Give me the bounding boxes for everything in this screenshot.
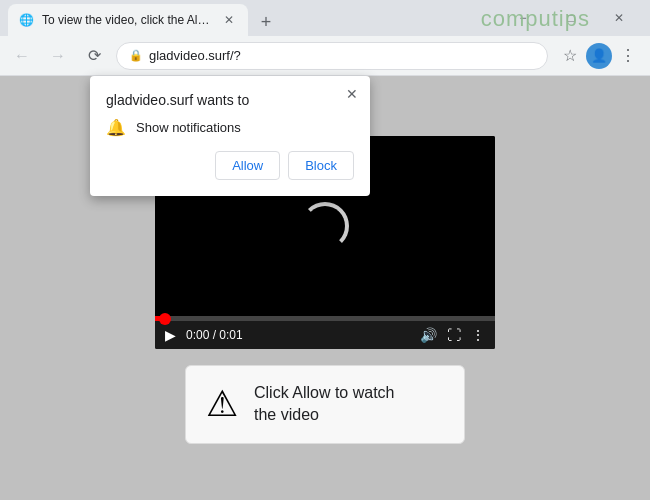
watermark-text: computips [481,6,590,32]
title-bar: 🌐 To view the video, click the Allow ✕ +… [0,0,650,36]
cta-text: Click Allow to watch the video [254,382,395,427]
toolbar-icons: ☆ 👤 ⋮ [556,42,642,70]
page-content: ✕ gladvideo.surf wants to 🔔 Show notific… [0,76,650,500]
new-tab-button[interactable]: + [252,8,280,36]
video-controls: ▶ 0:00 / 0:01 🔊 ⛶ ⋮ [155,321,495,349]
tab-close-button[interactable]: ✕ [220,11,238,29]
active-tab[interactable]: 🌐 To view the video, click the Allow ✕ [8,4,248,36]
popup-close-button[interactable]: ✕ [342,84,362,104]
back-button[interactable]: ← [8,42,36,70]
video-progress-dot [159,313,171,325]
browser-window: 🌐 To view the video, click the Allow ✕ +… [0,0,650,500]
loading-spinner [301,202,349,250]
profile-avatar[interactable]: 👤 [586,43,612,69]
bell-icon: 🔔 [106,118,126,137]
allow-button[interactable]: Allow [215,151,280,180]
url-bar[interactable]: 🔒 gladvideo.surf/? [116,42,548,70]
reload-button[interactable]: ⟳ [80,42,108,70]
video-progress-bar[interactable] [155,316,495,321]
play-button[interactable]: ▶ [165,327,176,343]
popup-title: gladvideo.surf wants to [106,92,354,108]
tab-bar: 🌐 To view the video, click the Allow ✕ + [8,0,496,36]
url-text: gladvideo.surf/? [149,48,535,63]
address-bar: ← → ⟳ 🔒 gladvideo.surf/? ☆ 👤 ⋮ [0,36,650,76]
permission-text: Show notifications [136,120,241,135]
more-options-button[interactable]: ⋮ [471,327,485,343]
popup-buttons: Allow Block [106,151,354,180]
forward-button[interactable]: → [44,42,72,70]
cta-text-part1: Click Allow to watch [254,384,395,401]
profile-icon: 👤 [591,48,607,63]
block-button[interactable]: Block [288,151,354,180]
time-display: 0:00 / 0:01 [186,328,243,342]
lock-icon: 🔒 [129,49,143,62]
fullscreen-button[interactable]: ⛶ [447,327,461,343]
bookmark-button[interactable]: ☆ [556,42,584,70]
notification-popup: ✕ gladvideo.surf wants to 🔔 Show notific… [90,76,370,196]
warning-icon: ⚠ [206,383,238,425]
menu-button[interactable]: ⋮ [614,42,642,70]
volume-button[interactable]: 🔊 [420,327,437,343]
popup-permission-row: 🔔 Show notifications [106,118,354,137]
tab-favicon: 🌐 [18,12,34,28]
close-button[interactable]: ✕ [596,2,642,34]
tab-title: To view the video, click the Allow [42,13,212,27]
cta-box: ⚠ Click Allow to watch the video [185,365,465,444]
cta-text-part2: the video [254,406,319,423]
